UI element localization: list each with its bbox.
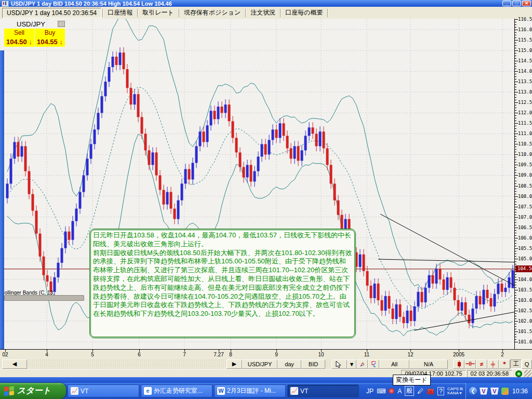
price-axis[interactable]: 101.00101.50102.00102.50103.00103.50104.… bbox=[514, 19, 532, 349]
price-tick bbox=[515, 105, 516, 105]
taskbar-task-vt[interactable]: 📈VT bbox=[287, 384, 359, 397]
price-axis-label: 109.00 bbox=[518, 172, 532, 178]
price-tick bbox=[515, 37, 516, 38]
price-tick bbox=[515, 24, 516, 25]
bar-style-button[interactable]: ⊣⊢ bbox=[464, 360, 476, 369]
price-axis-label: 101.00 bbox=[518, 339, 532, 344]
period-button[interactable]: day bbox=[277, 360, 301, 369]
menu-account-summary[interactable]: 口座毎の概要 bbox=[282, 7, 326, 18]
price-tick bbox=[515, 141, 516, 142]
candle-body bbox=[461, 302, 463, 311]
menu-order-status[interactable]: 注文状況 bbox=[247, 7, 279, 18]
candle-body bbox=[319, 131, 322, 146]
price-tick bbox=[515, 69, 516, 69]
price-axis-label: 107.00 bbox=[518, 215, 532, 220]
all-button[interactable]: All bbox=[379, 360, 409, 369]
start-button[interactable]: スタート bbox=[0, 383, 66, 399]
taskbar-task-[interactable]: e外汇走势研究室... bbox=[141, 384, 212, 397]
window-layout-button[interactable] bbox=[368, 360, 379, 369]
close-button[interactable]: ✕ bbox=[522, 1, 531, 6]
hlc-style-button[interactable]: ≠ bbox=[476, 360, 487, 369]
time-axis[interactable]: 0245677.278910111220052 bbox=[0, 349, 532, 360]
window-titlebar[interactable]: USD/JPY 1 day BID 104.50 20:36:54 High 1… bbox=[0, 0, 532, 7]
candle-body bbox=[403, 317, 405, 323]
caps-kana-indicator[interactable]: CAPS ⧉KANA ▾ bbox=[447, 387, 463, 395]
menu-trade-rates[interactable]: 取引レート bbox=[139, 7, 178, 18]
candle-body bbox=[286, 136, 289, 148]
menu-account-info[interactable]: 口座情報 bbox=[104, 7, 136, 18]
ohlc-style-button[interactable]: ╪ bbox=[487, 360, 499, 369]
na-button[interactable]: N/A bbox=[409, 360, 448, 369]
candle-body bbox=[283, 123, 285, 136]
taskbar-task-vt[interactable]: 📈VT bbox=[68, 384, 139, 397]
quote-panel-handle[interactable] bbox=[58, 21, 65, 27]
price-axis-label: 115.50 bbox=[518, 37, 532, 43]
tray-vt-icon-1[interactable]: V bbox=[480, 388, 488, 395]
indicator-collapse-bar[interactable] bbox=[4, 295, 84, 301]
price-axis-label: 111.00 bbox=[518, 131, 532, 136]
candle-body bbox=[166, 192, 169, 205]
candlestick-style-button[interactable] bbox=[453, 360, 464, 369]
neckline-105[interactable] bbox=[378, 259, 514, 262]
cursor-dropdown-button[interactable]: ▼ bbox=[347, 360, 356, 369]
keyboard-icon[interactable]: ⌨ bbox=[377, 388, 385, 395]
ime-tools-icon[interactable]: 🧰 bbox=[427, 388, 434, 395]
window-layout-icon bbox=[371, 361, 376, 367]
candle-body bbox=[152, 152, 154, 165]
price-axis-label: 113.00 bbox=[518, 89, 532, 95]
window-bottom-border bbox=[0, 377, 532, 383]
tray-messenger-icon[interactable] bbox=[501, 388, 509, 395]
analysis-annotation[interactable]: 日元昨日开盘103.58，收盘104.44，最高104.70，最低103.57，… bbox=[89, 229, 356, 338]
candle-body bbox=[483, 290, 485, 304]
price-tick bbox=[515, 303, 516, 303]
candle-body bbox=[264, 144, 267, 154]
price-tick bbox=[515, 76, 516, 77]
candle-body bbox=[370, 286, 373, 298]
candle-body bbox=[272, 129, 274, 140]
system-tray: ❮ V V 10:36 bbox=[466, 383, 532, 399]
ime-conversion-mode[interactable]: 般 bbox=[405, 386, 414, 396]
taskbar-task-23mi[interactable]: W2月3日匯評 - Mi... bbox=[214, 384, 286, 397]
side-button[interactable]: BID bbox=[301, 360, 325, 369]
candle-body bbox=[97, 113, 100, 129]
ime-input-mode[interactable]: A bbox=[397, 388, 402, 395]
candle-body bbox=[159, 175, 162, 190]
candle-body bbox=[170, 192, 172, 209]
price-tick bbox=[515, 308, 516, 309]
tray-vt-icon-2[interactable]: V bbox=[490, 388, 499, 395]
buy-button[interactable]: Buy 104.55 ↓ bbox=[35, 29, 65, 47]
menu-open-positions[interactable]: 現存保有ポジション bbox=[180, 7, 244, 18]
price-axis-label: 110.50 bbox=[518, 141, 532, 147]
resize-grip[interactable] bbox=[524, 370, 531, 377]
price-tick bbox=[515, 254, 516, 254]
line-style-button[interactable]: ＊ bbox=[499, 360, 510, 369]
candle-body bbox=[130, 88, 132, 104]
symbol-button[interactable]: USD/JPY bbox=[242, 360, 277, 369]
q-button[interactable]: Q bbox=[522, 360, 532, 369]
scroll-right-button[interactable]: ▶ bbox=[227, 360, 242, 369]
candle-body bbox=[377, 284, 380, 300]
ime-pad-icon[interactable]: 🖊 bbox=[417, 388, 423, 395]
price-axis-label: 102.50 bbox=[518, 308, 532, 313]
time-axis-label: 6 bbox=[138, 352, 141, 357]
minimize-button[interactable]: _ bbox=[502, 1, 511, 6]
lang-jp-label[interactable]: JP bbox=[366, 388, 374, 395]
price-tick bbox=[515, 63, 516, 64]
zoom-style-button[interactable]: 工 bbox=[510, 360, 522, 369]
time-axis-label: 11 bbox=[364, 352, 369, 357]
mouse-mode-icon[interactable] bbox=[389, 388, 394, 394]
cursor-tool-button[interactable] bbox=[331, 360, 347, 369]
price-axis-label: 105.50 bbox=[518, 246, 532, 251]
price-tick bbox=[515, 43, 516, 43]
scroll-left-button[interactable]: ◀ bbox=[2, 360, 27, 369]
sell-button[interactable]: Sell 104.50 ↓ bbox=[4, 29, 34, 47]
price-tick bbox=[515, 285, 516, 285]
maximize-button[interactable]: □ bbox=[512, 1, 521, 6]
hide-icons-button[interactable]: ❮ bbox=[469, 387, 477, 395]
time-axis-label: 5 bbox=[91, 352, 94, 357]
ime-help-icon[interactable]: ? bbox=[437, 387, 444, 395]
price-axis-label: 108.50 bbox=[518, 183, 532, 189]
price-tick bbox=[515, 318, 516, 319]
trendline-tool-button[interactable] bbox=[356, 360, 368, 369]
chart-area[interactable]: USD/JPY Sell 104.50 ↓ Buy 104.55 ↓ Bolli… bbox=[0, 19, 514, 349]
